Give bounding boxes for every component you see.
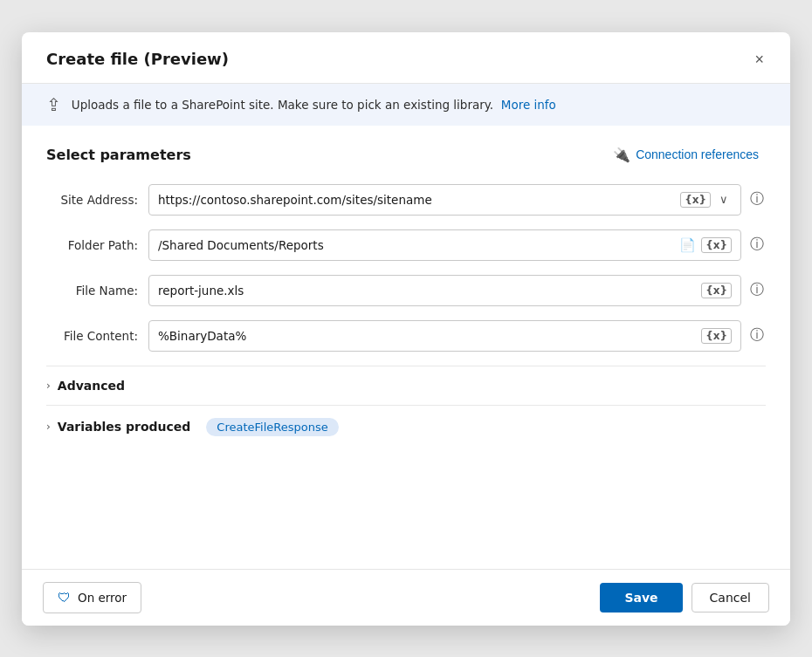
site-address-input-area: {x} ∨ bbox=[148, 184, 741, 216]
file-content-field-wrapper: {x} ⓘ bbox=[148, 320, 766, 352]
dialog-header: Create file (Preview) × bbox=[22, 32, 790, 84]
folder-path-input-area: 📄 {x} bbox=[148, 229, 741, 261]
folder-file-icon: 📄 bbox=[679, 237, 696, 253]
section-header: Select parameters 🔌 Connection reference… bbox=[46, 143, 766, 167]
advanced-chevron-icon: › bbox=[46, 380, 51, 392]
save-button[interactable]: Save bbox=[600, 583, 682, 613]
site-address-row: Site Address: {x} ∨ ⓘ bbox=[46, 184, 766, 216]
folder-path-row: Folder Path: 📄 {x} ⓘ bbox=[46, 229, 766, 261]
file-name-info-button[interactable]: ⓘ bbox=[748, 279, 766, 301]
file-content-input-area: {x} bbox=[148, 320, 741, 352]
dialog-footer: 🛡 On error Save Cancel bbox=[22, 569, 790, 626]
folder-path-input[interactable] bbox=[158, 238, 674, 252]
file-name-field-wrapper: {x} ⓘ bbox=[148, 275, 766, 306]
site-address-info-button[interactable]: ⓘ bbox=[748, 188, 766, 210]
info-banner: ⇪ Uploads a file to a SharePoint site. M… bbox=[22, 84, 790, 126]
on-error-button[interactable]: 🛡 On error bbox=[43, 582, 141, 613]
shield-icon: 🛡 bbox=[58, 590, 71, 606]
site-address-badge: {x} bbox=[680, 192, 711, 208]
site-address-chevron[interactable]: ∨ bbox=[716, 191, 732, 208]
folder-path-info-button[interactable]: ⓘ bbox=[748, 234, 766, 256]
folder-path-label: Folder Path: bbox=[46, 238, 138, 252]
file-name-badge: {x} bbox=[701, 283, 732, 298]
footer-actions: Save Cancel bbox=[600, 583, 769, 613]
folder-path-field-wrapper: 📄 {x} ⓘ bbox=[148, 229, 766, 261]
file-content-input[interactable] bbox=[158, 329, 696, 343]
info-banner-text: Uploads a file to a SharePoint site. Mak… bbox=[72, 98, 556, 112]
file-content-row: File Content: {x} ⓘ bbox=[46, 320, 766, 352]
divider-2 bbox=[46, 405, 766, 406]
variables-label: Variables produced bbox=[58, 420, 191, 434]
dialog-body: Select parameters 🔌 Connection reference… bbox=[22, 126, 790, 569]
connection-references-button[interactable]: 🔌 Connection references bbox=[606, 143, 766, 167]
file-content-info-button[interactable]: ⓘ bbox=[748, 325, 766, 346]
site-address-label: Site Address: bbox=[46, 193, 138, 207]
folder-path-badge: {x} bbox=[701, 237, 732, 253]
file-name-row: File Name: {x} ⓘ bbox=[46, 275, 766, 306]
dialog-title: Create file (Preview) bbox=[46, 50, 229, 68]
file-name-input-area: {x} bbox=[148, 275, 741, 306]
file-name-input[interactable] bbox=[158, 284, 696, 298]
plug-icon: 🔌 bbox=[613, 147, 630, 163]
file-content-badge: {x} bbox=[701, 328, 732, 344]
site-address-field-wrapper: {x} ∨ ⓘ bbox=[148, 184, 766, 216]
divider-1 bbox=[46, 366, 766, 366]
advanced-section[interactable]: › Advanced bbox=[46, 370, 766, 401]
variables-chevron-icon: › bbox=[46, 421, 51, 433]
more-info-link[interactable]: More info bbox=[501, 98, 556, 112]
section-title: Select parameters bbox=[46, 147, 191, 163]
cancel-button[interactable]: Cancel bbox=[692, 583, 769, 613]
site-address-input[interactable] bbox=[158, 193, 675, 207]
close-button[interactable]: × bbox=[749, 48, 769, 71]
advanced-label: Advanced bbox=[58, 379, 125, 393]
variable-badge: CreateFileResponse bbox=[206, 418, 338, 436]
create-file-dialog: Create file (Preview) × ⇪ Uploads a file… bbox=[22, 32, 790, 626]
variables-section[interactable]: › Variables produced CreateFileResponse bbox=[46, 409, 766, 445]
upload-icon: ⇪ bbox=[46, 94, 61, 115]
file-content-label: File Content: bbox=[46, 329, 138, 343]
file-name-label: File Name: bbox=[46, 284, 138, 298]
